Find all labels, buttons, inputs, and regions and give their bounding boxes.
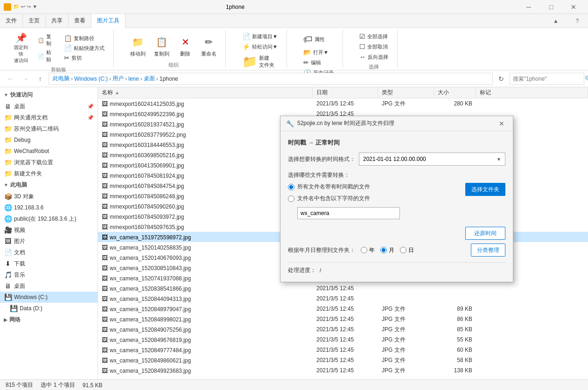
sidebar-item-windows-c[interactable]: 💾 Windows (C:) — [0, 292, 98, 303]
path-user[interactable]: lene — [128, 76, 139, 82]
easy-access-button[interactable]: ⚡ 轻松访问▼ — [239, 42, 281, 51]
invert-select-button[interactable]: ↔ 反向选择 — [356, 52, 392, 62]
file-type: JPG 文件 — [378, 356, 434, 364]
up-button[interactable]: ↑ — [34, 72, 47, 85]
select-none-button[interactable]: ☐ 全部取消 — [356, 42, 391, 51]
this-pc-header[interactable]: ▼ 此电脑 — [0, 179, 98, 191]
file-type-icon: 🖼 — [102, 357, 108, 364]
copy-path-button[interactable]: 📋 复制路径 — [61, 34, 108, 43]
file-row[interactable]: 🖼wx_camera_1520848998021.jpg 2021/3/5 12… — [98, 314, 588, 324]
rename-button[interactable]: ✏ 重命名 — [198, 32, 220, 60]
radio-all-label[interactable]: 所有文件名带有时间戳的文件 — [297, 183, 370, 191]
file-row[interactable]: 🖼wx_camera_1520848979047.jpg 2021/3/5 12… — [98, 304, 588, 314]
ribbon-help[interactable]: ? — [567, 14, 588, 28]
path-computer[interactable]: 此电脑 — [53, 75, 70, 83]
restore-time-button[interactable]: 还原时间 — [465, 227, 505, 240]
format-row: 选择想要转换的时间格式： 2021-01-01 12.00.00.000 ▼ — [288, 153, 505, 166]
sidebar-item-pictures[interactable]: 🖼 图片 — [0, 236, 98, 247]
sidebar-item-desktop2[interactable]: 🖥 桌面 — [0, 280, 98, 292]
file-row[interactable]: 🖼mmexport1602414125035.jpg 2021/3/5 12:4… — [98, 98, 588, 109]
filter-input[interactable] — [297, 207, 400, 219]
file-row[interactable]: 🖼wx_camera_1520849777484.jpg 2021/3/5 12… — [98, 345, 588, 355]
radio-group: 所有文件名带有时间戳的文件 文件名中包含以下字符的文件 — [288, 183, 400, 219]
file-row[interactable]: 🖼wx_camera_1520844094313.jpg 2021/3/5 12… — [98, 293, 588, 304]
sidebar-item-browser-download[interactable]: 📁 浏览器下载位置 — [0, 157, 98, 168]
pin-button[interactable]: 📌 固定到快速访问 — [9, 32, 33, 64]
edit-button[interactable]: ✏ 编辑 — [300, 58, 324, 67]
back-button[interactable]: ← — [4, 72, 17, 85]
col-header-size[interactable]: 大小 — [434, 87, 476, 98]
move-to-button[interactable]: 📁 移动到 — [127, 32, 149, 60]
select-folder-button[interactable]: 选择文件夹 — [465, 183, 505, 196]
col-header-tag[interactable]: 标记 — [476, 87, 588, 98]
radio-contains[interactable] — [288, 195, 294, 202]
close-button[interactable]: ✕ — [563, 0, 584, 14]
tab-file[interactable]: 文件 — [0, 14, 23, 28]
radio-day-input[interactable] — [400, 247, 406, 253]
maximize-button[interactable]: □ — [540, 0, 562, 14]
quick-access-header[interactable]: ▼ 快速访问 — [0, 89, 98, 101]
select-all-button[interactable]: ☑ 全部选择 — [356, 32, 391, 41]
tab-view[interactable]: 查看 — [69, 14, 91, 28]
col-header-type[interactable]: 类型 — [378, 87, 434, 98]
radio-contains-label[interactable]: 文件名中包含以下字符的文件 — [297, 195, 370, 202]
address-path[interactable]: 此电脑 › Windows (C:) › 用户 › lene › 桌面 › 1p… — [49, 73, 493, 85]
delete-button[interactable]: ✕ 删除 — [175, 32, 196, 60]
file-row[interactable]: 🖼wx_camera_1520849676819.jpg 2021/3/5 12… — [98, 334, 588, 345]
sidebar-item-wechatrobot[interactable]: 📁 WeChatRobot — [0, 146, 98, 157]
forward-button[interactable]: → — [19, 72, 32, 85]
refresh-button[interactable]: ↻ — [495, 72, 508, 85]
col-header-date[interactable]: 日期 — [313, 87, 378, 98]
search-input[interactable] — [513, 76, 583, 82]
search-icon: 🔍 — [585, 76, 588, 82]
network-header[interactable]: ▶ 网络 — [0, 314, 98, 326]
format-select[interactable]: 2021-01-01 12.00.00.000 ▼ — [359, 153, 505, 166]
minimize-button[interactable]: ─ — [518, 0, 539, 14]
sidebar-item-public[interactable]: 🌐 public(在 192.168.3.6 上) — [0, 213, 98, 224]
sidebar-item-suzhou[interactable]: 📁 苏州交通码二维码 — [0, 123, 98, 134]
paste-shortcut-button[interactable]: 📄 粘贴快捷方式 — [61, 43, 108, 53]
sidebar-item-new-folder[interactable]: 📁 新建文件夹 — [0, 168, 98, 179]
dialog-close-button[interactable]: ✕ — [496, 118, 507, 129]
file-type-icon: 🖼 — [102, 213, 108, 220]
properties-button[interactable]: 🏷 属性 — [300, 32, 328, 47]
paste-button[interactable]: 📄 粘贴 — [35, 49, 59, 63]
radio-year-input[interactable] — [361, 247, 367, 253]
tab-share[interactable]: 共享 — [46, 14, 69, 28]
file-row[interactable]: 🖼wx_camera_1520849075256.jpg 2021/3/5 12… — [98, 324, 588, 334]
sidebar-item-3d[interactable]: 📦 3D 对象 — [0, 191, 98, 202]
new-item-button[interactable]: 📄 新建项目▼ — [239, 32, 281, 41]
progress-row: 处理进度： / — [288, 262, 505, 274]
file-row[interactable]: 🖼wx_camera_1520849860621.jpg 2021/3/5 12… — [98, 355, 588, 365]
quick-access-toolbar[interactable]: 📁 ↩ ↪ ▼ — [13, 4, 37, 10]
sidebar-item-music[interactable]: 🎵 音乐 — [0, 269, 98, 280]
sidebar-item-debug[interactable]: 📁 Debug — [0, 134, 98, 146]
copy-button[interactable]: 📋 复制 — [35, 33, 59, 48]
file-date: 2021/3/5 12:45 — [313, 367, 378, 374]
tab-tools[interactable]: 图片工具 — [91, 14, 126, 28]
file-row[interactable]: 🖼wx_camera_1520838541866.jpg 2021/3/5 12… — [98, 283, 588, 293]
path-desktop[interactable]: 桌面 — [144, 75, 155, 83]
ribbon-tabs: 文件 主页 共享 查看 图片工具 ▲ ? — [0, 14, 588, 28]
sidebar-item-gateway[interactable]: 📁 网关通用文档 📌 — [0, 112, 98, 123]
col-header-name[interactable]: 名称 ▲ — [98, 87, 313, 98]
sidebar-item-desktop[interactable]: 🖥 桌面 📌 — [0, 101, 98, 112]
radio-month-input[interactable] — [380, 247, 387, 253]
new-folder-button[interactable]: 📁 新建文件夹 — [239, 53, 278, 70]
path-drive[interactable]: Windows (C:) — [74, 76, 108, 82]
file-row[interactable]: 🖼wx_camera_1520849923683.jpg 2021/3/5 12… — [98, 365, 588, 376]
ribbon-collapse[interactable]: ▲ — [545, 14, 567, 28]
path-users[interactable]: 用户 — [112, 75, 124, 83]
open-button[interactable]: 📂 打开▼ — [300, 48, 332, 57]
sidebar-item-ip[interactable]: 🌐 192.168.3.6 — [0, 202, 98, 213]
sidebar-item-videos[interactable]: 🎥 视频 — [0, 224, 98, 236]
tab-home[interactable]: 主页 — [23, 14, 46, 28]
copy-to-button[interactable]: 📋 复制到 — [151, 32, 173, 60]
file-name: 🖼wx_camera_1520849923683.jpg — [98, 367, 313, 374]
radio-all-timestamps[interactable] — [288, 184, 294, 190]
sidebar-item-downloads[interactable]: ⬇ 下载 — [0, 258, 98, 269]
cut-button[interactable]: ✂ 剪切 — [61, 53, 108, 63]
sidebar-item-data-d[interactable]: 💾 Data (D:) — [0, 303, 98, 314]
categorize-button[interactable]: 分类整理 — [471, 244, 505, 257]
sidebar-item-documents[interactable]: 📄 文档 — [0, 247, 98, 258]
